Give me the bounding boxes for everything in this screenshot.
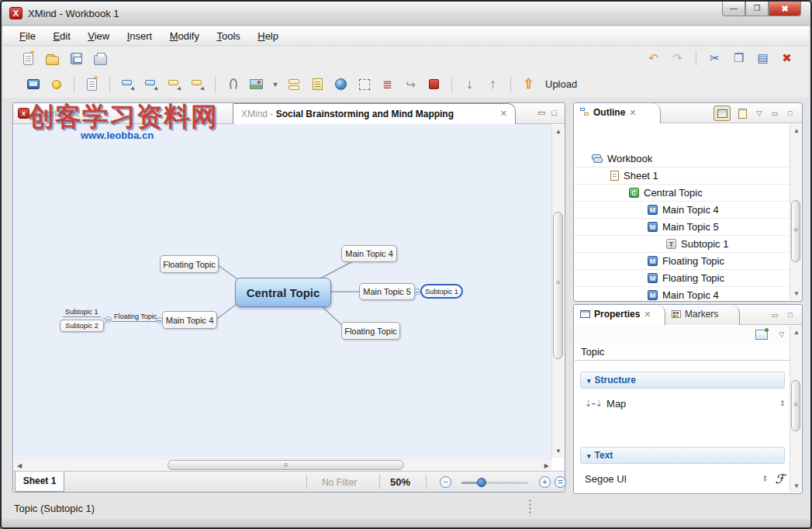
insert-subtopic-button[interactable] [166,76,182,92]
tab-close-icon[interactable]: ✕ [644,309,651,319]
delete-button[interactable]: ✖ [779,50,795,66]
scroll-up-icon[interactable]: ▲ [793,329,800,336]
title-bar[interactable]: X XMind - Workbook 1 — ❐ ✖ [2,2,810,26]
boundary-button[interactable] [426,76,442,92]
upload-button[interactable]: Upload [545,78,577,90]
collapse-handle-icon[interactable] [157,317,163,323]
legend-button[interactable] [286,76,302,92]
scroll-down-icon[interactable]: ▼ [555,448,561,455]
node-left-subtopic-1[interactable]: Subtopic 1 [63,308,101,317]
outline-item-sheet-1[interactable]: Sheet 1 [575,168,790,185]
font-family-row[interactable]: Segoe UI ▲▼ ℱ [585,470,785,487]
image-dropdown[interactable]: ▼ [271,76,279,92]
new-workbook-button[interactable] [20,50,36,67]
insert-topic-after-button[interactable] [143,76,159,92]
summary-button[interactable]: ≣ [379,76,396,92]
zoom-out-button[interactable]: − [440,476,451,488]
maximize-panel-icon[interactable]: □ [782,307,799,323]
restore-button[interactable]: ❐ [745,2,769,16]
zoom-slider-track[interactable] [461,482,528,484]
insert-topic-button[interactable] [119,76,136,92]
properties-scrollbar[interactable]: ▲ ≡ ▼ [790,326,801,493]
outline-item-workbook[interactable]: Workbook [575,150,790,168]
font-picker-icon[interactable]: ℱ [775,472,785,486]
outline-item-main-topic-4-b[interactable]: MMain Topic 4 [575,287,790,300]
redo-button[interactable]: ↷ [669,50,686,66]
relationship-button[interactable]: ↪ [403,76,419,92]
menu-insert[interactable]: Insert [120,29,160,43]
minimize-panel-icon[interactable]: ▭ [537,108,545,118]
outline-item-subtopic-1[interactable]: TSubtopic 1 [575,236,790,253]
tab-markers[interactable]: Markers [665,305,740,325]
copy-button[interactable]: ❐ [731,50,747,66]
zoom-slider-thumb[interactable] [477,478,486,487]
minimize-panel-icon[interactable]: ▭ [766,105,783,121]
outline-item-central-topic[interactable]: CCentral Topic [575,185,790,202]
tab-outline[interactable]: Outline✕ [574,103,661,123]
vertical-scroll-thumb[interactable]: ≡ [553,212,563,359]
maximize-panel-icon[interactable]: □ [551,108,557,118]
numbering-button[interactable] [356,76,372,92]
font-spinner[interactable]: ▲▼ [762,475,767,482]
node-subtopic-1-selected[interactable]: Subtopic 1 [420,284,463,299]
outline-item-main-topic-5[interactable]: MMain Topic 5 [575,219,790,236]
hyperlink-button[interactable] [333,76,349,92]
horizontal-scroll-thumb[interactable]: ≡ [168,460,404,470]
section-text[interactable]: ▾Text [580,447,785,464]
zoom-fit-button[interactable]: = [555,476,566,488]
outline-item-main-topic-4[interactable]: MMain Topic 4 [575,202,790,219]
cut-button[interactable]: ✂ [707,50,723,66]
new-sheet-button[interactable] [84,76,100,92]
view-menu-icon[interactable]: ▽ [751,105,768,121]
maximize-panel-icon[interactable]: □ [782,105,799,121]
menu-file[interactable]: File [12,29,43,43]
node-main-topic-4-left[interactable]: Main Topic 4 [162,311,217,329]
structure-spinner[interactable]: ▲▼ [780,399,785,407]
node-main-topic-4-top[interactable]: Main Topic 4 [341,245,397,262]
scroll-up-icon[interactable]: ▲ [793,127,800,134]
menu-help[interactable]: Help [251,29,285,43]
close-button[interactable]: ✖ [769,2,801,16]
collapse-handle-icon[interactable] [414,289,420,295]
brainstorming-button[interactable] [48,76,64,92]
tab-social-brainstorming[interactable]: XMind - Social Brainstorming and Mind Ma… [233,103,516,124]
insert-parent-topic-button[interactable] [189,76,206,92]
pin-properties-button[interactable] [753,327,770,342]
canvas-vertical-scrollbar[interactable]: ▲ ≡ ▼ [551,125,564,458]
mindmap-canvas[interactable]: Central Topic Main Topic 4 Main Topic 5 … [14,124,552,458]
sheet-tab[interactable]: Sheet 1 [15,472,64,492]
menu-edit[interactable]: Edit [46,29,77,43]
node-main-topic-5[interactable]: Main Topic 5 [359,283,415,300]
zoom-in-button[interactable]: + [539,476,551,488]
paste-button[interactable]: ▤ [755,50,771,66]
attachment-button[interactable] [225,76,241,92]
print-button[interactable] [92,50,109,67]
minimize-panel-icon[interactable]: ▭ [766,307,783,323]
outline-view-mode-2-button[interactable] [734,105,751,121]
outline-view-mode-1-button[interactable] [714,105,731,121]
tab-properties[interactable]: Properties✕ [574,305,665,325]
notes-button[interactable] [309,76,326,92]
open-button[interactable] [44,50,60,67]
node-floating-topic-top[interactable]: Floating Topic [160,255,219,273]
zoom-level[interactable]: 50% [390,476,410,488]
outline-scrollbar[interactable]: ▲ ≡ ▼ [790,124,801,300]
undo-button[interactable]: ↶ [645,50,662,66]
scroll-up-icon[interactable]: ▲ [555,128,561,135]
properties-scroll-thumb[interactable]: ≡ [791,380,800,431]
insert-image-button[interactable] [248,76,264,92]
structure-value-row[interactable]: ⇣⌁⇣ Map ▲▼ [585,395,785,412]
node-central-topic[interactable]: Central Topic [235,278,331,307]
menu-tools[interactable]: Tools [209,29,247,43]
scroll-down-icon[interactable]: ▼ [793,290,800,297]
outline-scroll-thumb[interactable]: ≡ [791,200,800,262]
tab-close-icon[interactable]: ✕ [500,109,507,119]
collapse-handle-icon[interactable] [105,316,112,323]
outline-item-floating-topic-1[interactable]: MFloating Topic [575,253,790,270]
node-left-floating-topic[interactable]: Floating Topic [112,313,159,322]
canvas-horizontal-scrollbar[interactable]: ◀ ≡ ▶ [14,458,552,472]
scroll-right-icon[interactable]: ▶ [544,462,549,469]
presentation-button[interactable] [25,76,41,92]
save-button[interactable] [68,50,85,67]
filter-status[interactable]: No Filter [322,477,357,488]
